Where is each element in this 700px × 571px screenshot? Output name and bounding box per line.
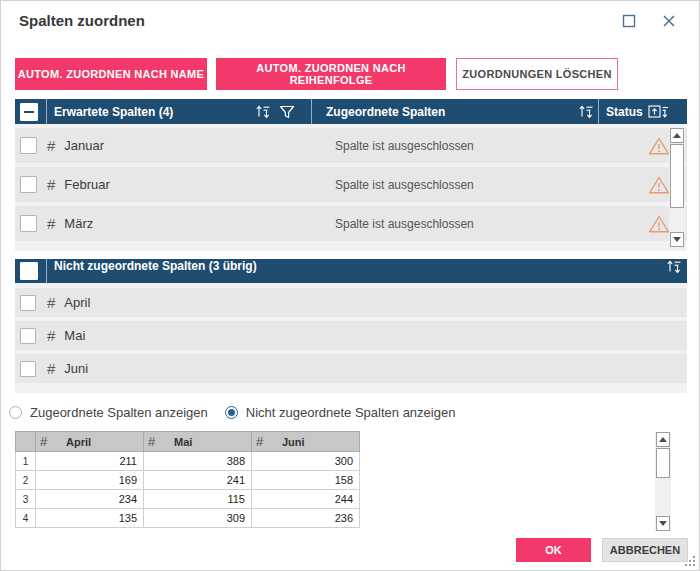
cell-value: 158	[252, 471, 360, 490]
dialog-title: Spalten zuordnen	[19, 12, 145, 29]
row-checkbox[interactable]	[20, 137, 37, 154]
column-name: Juni	[64, 361, 88, 376]
sort-icon[interactable]	[666, 259, 682, 274]
radio-label: Nicht zugeordnete Spalten anzeigen	[246, 405, 456, 420]
column-name: April	[64, 295, 90, 310]
show-unmapped-columns-radio[interactable]: Nicht zugeordnete Spalten anzeigen	[225, 405, 456, 420]
row-checkbox[interactable]	[20, 295, 36, 311]
expected-columns-column-header[interactable]: Erwartete Spalten (4)	[47, 99, 311, 124]
cell-value: 244	[252, 490, 360, 509]
column-name: Februar	[64, 177, 110, 192]
unchecked-checkbox-icon	[20, 262, 38, 280]
arrow-down-icon	[659, 521, 667, 526]
numeric-type-icon: #	[148, 434, 174, 449]
row-number-header	[16, 432, 36, 452]
resize-grip-icon[interactable]	[685, 556, 696, 567]
preview-grid-header-row: #April #Mai #Juni	[16, 432, 360, 452]
expected-columns-label: Erwartete Spalten (4)	[54, 105, 255, 119]
unmapped-column-row-april[interactable]: # April	[15, 288, 687, 317]
sort-icon[interactable]	[578, 104, 594, 119]
close-button[interactable]	[659, 11, 679, 31]
scrollbar-thumb[interactable]	[656, 448, 670, 478]
cancel-button[interactable]: ABBRECHEN	[602, 538, 688, 562]
mapped-status-text: Spalte ist ausgeschlossen	[335, 139, 474, 153]
cell-value: 234	[36, 490, 144, 509]
close-icon	[662, 14, 676, 28]
numeric-type-icon: #	[47, 294, 55, 311]
preview-column-header-mai[interactable]: #Mai	[144, 432, 252, 452]
mapped-columns-label: Zugeordnete Spalten	[326, 105, 578, 119]
auto-map-by-order-button[interactable]: AUTOM. ZUORDNEN NACH REIHENFOLGE	[216, 58, 446, 90]
unmapped-column-row-mai[interactable]: # Mai	[15, 321, 687, 350]
select-all-unmapped-checkbox[interactable]	[15, 259, 47, 283]
expected-column-row-maerz[interactable]: # März Spalte ist ausgeschlossen	[15, 206, 687, 241]
show-mapped-columns-radio[interactable]: Zugeordnete Spalten anzeigen	[9, 405, 208, 420]
cell-value: 169	[36, 471, 144, 490]
row-number: 1	[16, 452, 36, 471]
ok-button[interactable]: OK	[516, 538, 591, 562]
preview-view-options: Zugeordnete Spalten anzeigen Nicht zugeo…	[9, 405, 455, 420]
scroll-down-button[interactable]	[670, 232, 684, 247]
numeric-type-icon: #	[47, 176, 55, 193]
row-checkbox[interactable]	[20, 361, 36, 377]
row-checkbox[interactable]	[20, 176, 37, 193]
unmapped-column-row-juni[interactable]: # Juni	[15, 354, 687, 383]
preview-grid-row: 4 135 309 236	[16, 509, 360, 528]
unmapped-columns-list: # April # Mai # Juni	[15, 283, 687, 393]
column-name: Mai	[64, 328, 85, 343]
window-controls	[619, 11, 679, 31]
preview-grid-scrollbar[interactable]	[655, 432, 671, 531]
sort-icon[interactable]	[255, 104, 271, 119]
maximize-button[interactable]	[619, 11, 639, 31]
expected-column-row-februar[interactable]: # Februar Spalte ist ausgeschlossen	[15, 167, 687, 202]
arrow-down-icon	[673, 237, 681, 242]
cell-value: 309	[144, 509, 252, 528]
scrollbar-thumb[interactable]	[670, 144, 684, 208]
preview-grid-row: 2 169 241 158	[16, 471, 360, 490]
expected-column-row-januar[interactable]: # Januar Spalte ist ausgeschlossen	[15, 128, 687, 163]
row-number: 4	[16, 509, 36, 528]
cell-value: 211	[36, 452, 144, 471]
mapped-columns-column-header[interactable]: Zugeordnete Spalten	[312, 99, 598, 124]
arrow-up-icon	[659, 437, 667, 442]
radio-unselected-icon	[9, 406, 22, 419]
warning-icon	[648, 136, 670, 155]
preview-grid-row: 1 211 388 300	[16, 452, 360, 471]
radio-label: Zugeordnete Spalten anzeigen	[30, 405, 208, 420]
cell-value: 241	[144, 471, 252, 490]
numeric-type-icon: #	[47, 137, 55, 154]
row-number: 2	[16, 471, 36, 490]
row-checkbox[interactable]	[20, 328, 36, 344]
radio-selected-icon	[225, 406, 238, 419]
cell-value: 135	[36, 509, 144, 528]
column-name: März	[64, 216, 93, 231]
mapped-status-text: Spalte ist ausgeschlossen	[335, 178, 474, 192]
status-column-header[interactable]: Status	[599, 99, 687, 124]
indeterminate-checkbox-icon	[20, 103, 38, 121]
preview-column-header-april[interactable]: #April	[36, 432, 144, 452]
cell-value: 115	[144, 490, 252, 509]
status-sort-icon[interactable]	[648, 104, 669, 119]
filter-icon[interactable]	[279, 105, 295, 119]
unmapped-columns-header: Nicht zugeordnete Spalten (3 übrig)	[15, 259, 687, 283]
scroll-up-button[interactable]	[670, 128, 684, 143]
preview-data-grid: #April #Mai #Juni 1 211 388 300 2 169 24…	[15, 431, 360, 528]
scroll-up-button[interactable]	[656, 432, 670, 447]
numeric-type-icon: #	[47, 360, 55, 377]
row-number: 3	[16, 490, 36, 509]
mapped-status-text: Spalte ist ausgeschlossen	[335, 217, 474, 231]
expected-list-scrollbar[interactable]	[669, 128, 685, 247]
auto-map-by-name-button[interactable]: AUTOM. ZUORDNEN NACH NAME	[15, 58, 207, 90]
preview-column-header-juni[interactable]: #Juni	[252, 432, 360, 452]
select-all-expected-checkbox[interactable]	[15, 99, 47, 124]
warning-icon	[648, 175, 670, 194]
status-label: Status	[606, 105, 643, 119]
unmapped-columns-label: Nicht zugeordnete Spalten (3 übrig)	[47, 259, 666, 283]
clear-mappings-button[interactable]: ZUORDNUNGEN LÖSCHEN	[456, 58, 618, 90]
scroll-down-button[interactable]	[656, 516, 670, 531]
maximize-icon	[622, 14, 636, 28]
row-checkbox[interactable]	[20, 215, 37, 232]
numeric-type-icon: #	[40, 434, 66, 449]
cell-value: 300	[252, 452, 360, 471]
cell-value: 236	[252, 509, 360, 528]
